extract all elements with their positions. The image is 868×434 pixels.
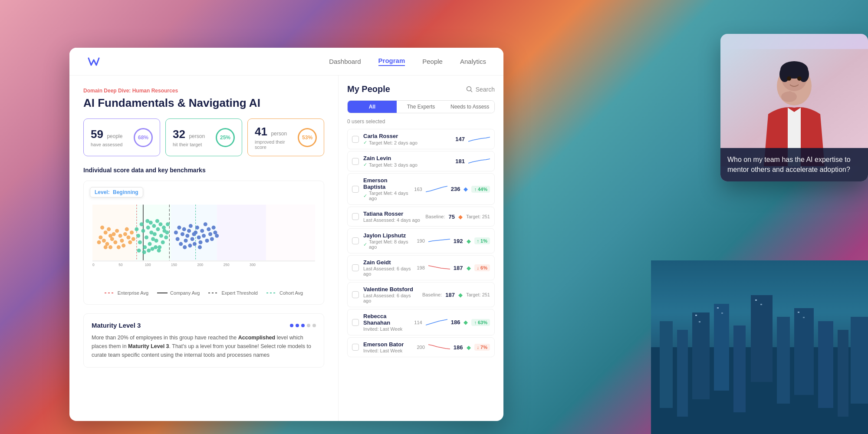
maturity-description: More than 20% of employees in this group… — [92, 333, 316, 359]
person-score-area: 200 186 ◆ ↓ 7% — [417, 343, 490, 352]
person-checkbox[interactable] — [352, 186, 359, 193]
person-name: Carla Rosser — [363, 133, 451, 139]
sparkline — [428, 343, 450, 352]
person-checkbox[interactable] — [352, 344, 359, 351]
scatter-chart: 0 50 100 150 200 250 300 — [92, 190, 315, 285]
search-button[interactable]: Search — [466, 86, 495, 93]
person-info: Zain Geidt Last Assessed: 6 days ago — [363, 259, 412, 276]
svg-point-42 — [99, 235, 102, 239]
person-info: Emerson Baptista ✓ Target Met: 4 days ag… — [363, 177, 410, 201]
person-info: Zain Levin ✓ Target Met: 3 days ago — [363, 155, 451, 168]
svg-point-116 — [204, 222, 207, 226]
nav-analytics[interactable]: Analytics — [460, 58, 486, 65]
main-card: Dashboard Program People Analytics Domai… — [69, 48, 503, 421]
person-row[interactable]: Zain Geidt Last Assessed: 6 days ago 198… — [347, 255, 495, 280]
gem-icon: ◆ — [464, 319, 468, 326]
person-row[interactable]: Tatiana Rosser Last Assessed: 4 days ago… — [347, 207, 495, 227]
svg-point-60 — [128, 240, 132, 244]
person-checkbox[interactable] — [352, 319, 359, 326]
svg-rect-19 — [798, 312, 799, 313]
person-info: Emerson Bator Invited: Last Week — [363, 341, 412, 353]
person-row[interactable]: Emerson Baptista ✓ Target Met: 4 days ag… — [347, 173, 495, 205]
person-row[interactable]: Rebecca Shanahan Invited: Last Week 114 … — [347, 309, 495, 335]
svg-point-106 — [187, 229, 191, 233]
stat-desc-improved: improved their score — [255, 139, 298, 150]
svg-line-138 — [470, 90, 472, 92]
person-name: Valentine Botsford — [363, 286, 418, 293]
svg-point-109 — [191, 237, 194, 241]
gem-icon: ◆ — [467, 238, 471, 244]
person-row[interactable]: Valentine Botsford Last Assessed: 6 days… — [347, 282, 495, 307]
filter-all[interactable]: All — [348, 101, 397, 113]
domain-label: Domain Deep Dive: Human Resources — [83, 88, 324, 94]
nav-program[interactable]: Program — [378, 57, 405, 66]
person-score-area: 181 — [455, 157, 490, 166]
svg-text:150: 150 — [171, 263, 177, 267]
svg-point-64 — [108, 245, 112, 249]
stat-improved: 41 person improved their score 53% — [247, 118, 324, 156]
gem-icon: ◆ — [467, 265, 471, 271]
person-info: Rebecca Shanahan Invited: Last Week — [363, 313, 410, 332]
score-change: ↓ 6% — [474, 264, 490, 271]
svg-point-103 — [182, 227, 186, 231]
nav-dashboard[interactable]: Dashboard — [329, 58, 361, 65]
svg-point-53 — [118, 234, 122, 238]
score-prev: 114 — [414, 320, 422, 325]
svg-point-117 — [205, 239, 209, 243]
stat-number-improved: 41 — [255, 125, 267, 138]
filter-tabs: All The Experts Needs to Assess — [347, 100, 495, 113]
person-score-area: 147 — [455, 135, 490, 144]
person-meta: ✓ Target Met: 8 days ago — [363, 239, 412, 250]
svg-point-100 — [177, 226, 181, 230]
person-row[interactable]: Zain Levin ✓ Target Met: 3 days ago 181 — [347, 151, 495, 171]
person-meta: Last Assessed: 4 days ago — [363, 217, 421, 223]
selected-count: 0 users selected — [347, 118, 495, 125]
stat-circle-target: 25% — [216, 128, 235, 147]
person-meta: ✓ Target Met: 3 days ago — [363, 162, 451, 168]
person-score-area: 190 192 ◆ ↑ 1% — [417, 237, 490, 245]
svg-point-105 — [184, 239, 187, 243]
score-prev: 163 — [414, 187, 422, 192]
person-score-area: 114 186 ◆ ↑ 63% — [414, 318, 490, 327]
overlay-card: Who on my team has the AI expertise to m… — [720, 34, 868, 181]
gem-icon: ◆ — [458, 292, 463, 298]
legend-expert: Expert Threshold — [208, 290, 258, 296]
person-row[interactable]: Emerson Bator Invited: Last Week 200 186… — [347, 337, 495, 357]
person-checkbox[interactable] — [352, 264, 359, 271]
stat-circle-assessed: 68% — [134, 128, 153, 147]
person-name: Emerson Bator — [363, 341, 412, 348]
legend-label-enterprise: Enterprise Avg — [118, 290, 148, 296]
svg-point-128 — [198, 245, 202, 249]
svg-rect-18 — [760, 304, 762, 305]
filter-experts[interactable]: The Experts — [397, 101, 446, 113]
svg-point-90 — [162, 226, 166, 230]
svg-point-61 — [125, 227, 129, 231]
svg-point-125 — [183, 245, 187, 249]
person-row[interactable]: Jaylon Lipshutz ✓ Target Met: 8 days ago… — [347, 228, 495, 253]
filter-needs-assess[interactable]: Needs to Assess — [445, 101, 494, 113]
svg-point-95 — [147, 249, 151, 253]
person-checkbox[interactable] — [352, 158, 359, 165]
svg-text:0: 0 — [92, 263, 95, 267]
person-row[interactable]: Carla Rosser ✓ Target Met: 2 days ago 14… — [347, 129, 495, 149]
nav-links: Dashboard Program People Analytics — [329, 57, 486, 66]
nav-people[interactable]: People — [422, 58, 443, 65]
person-checkbox[interactable] — [352, 291, 359, 298]
svg-point-32 — [791, 92, 796, 97]
svg-point-59 — [122, 243, 125, 247]
left-panel: Domain Deep Dive: Human Resources AI Fun… — [69, 76, 339, 421]
person-meta: Last Assessed: 6 days ago — [363, 266, 412, 276]
svg-point-111 — [195, 226, 199, 230]
svg-rect-17 — [755, 299, 757, 301]
stat-circle-improved: 53% — [298, 128, 317, 147]
score-current: 192 — [454, 238, 463, 244]
svg-point-27 — [787, 76, 791, 81]
svg-point-86 — [149, 221, 153, 225]
my-people-title: My People — [347, 84, 390, 94]
person-checkbox[interactable] — [352, 213, 359, 220]
svg-point-94 — [142, 250, 146, 254]
search-icon — [466, 86, 473, 93]
person-checkbox[interactable] — [352, 136, 359, 143]
person-checkbox[interactable] — [352, 237, 359, 244]
sparkline — [468, 157, 490, 166]
